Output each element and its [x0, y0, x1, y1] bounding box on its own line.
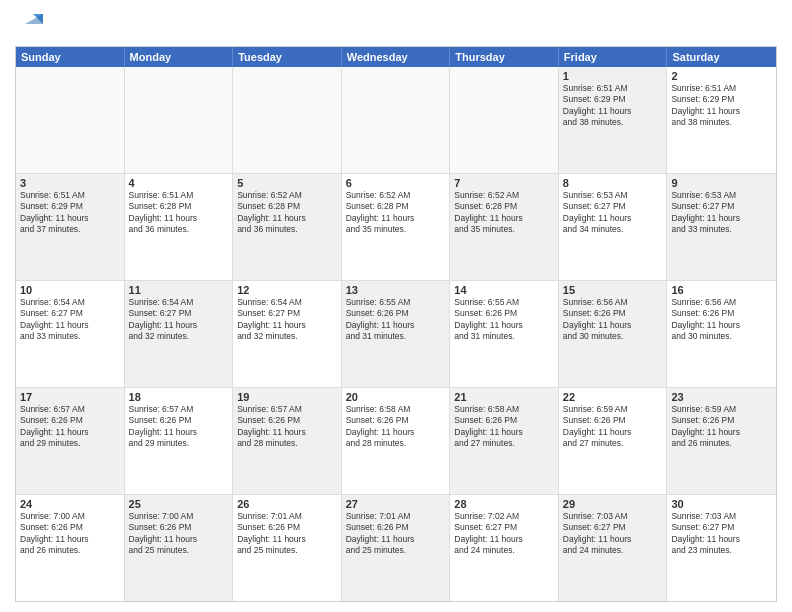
- calendar-row-2: 10Sunrise: 6:54 AM Sunset: 6:27 PM Dayli…: [16, 281, 776, 388]
- calendar-cell: 15Sunrise: 6:56 AM Sunset: 6:26 PM Dayli…: [559, 281, 668, 387]
- calendar-cell: 8Sunrise: 6:53 AM Sunset: 6:27 PM Daylig…: [559, 174, 668, 280]
- day-info: Sunrise: 6:58 AM Sunset: 6:26 PM Dayligh…: [454, 404, 554, 450]
- day-number: 5: [237, 177, 337, 189]
- calendar-cell: 25Sunrise: 7:00 AM Sunset: 6:26 PM Dayli…: [125, 495, 234, 601]
- day-number: 4: [129, 177, 229, 189]
- day-number: 3: [20, 177, 120, 189]
- calendar-cell: 7Sunrise: 6:52 AM Sunset: 6:28 PM Daylig…: [450, 174, 559, 280]
- day-info: Sunrise: 6:51 AM Sunset: 6:29 PM Dayligh…: [671, 83, 772, 129]
- calendar-cell: 4Sunrise: 6:51 AM Sunset: 6:28 PM Daylig…: [125, 174, 234, 280]
- calendar-cell: 6Sunrise: 6:52 AM Sunset: 6:28 PM Daylig…: [342, 174, 451, 280]
- logo: [15, 10, 47, 38]
- day-info: Sunrise: 6:51 AM Sunset: 6:28 PM Dayligh…: [129, 190, 229, 236]
- day-info: Sunrise: 6:56 AM Sunset: 6:26 PM Dayligh…: [671, 297, 772, 343]
- logo-icon: [15, 10, 43, 38]
- day-info: Sunrise: 6:58 AM Sunset: 6:26 PM Dayligh…: [346, 404, 446, 450]
- day-number: 16: [671, 284, 772, 296]
- day-number: 15: [563, 284, 663, 296]
- header-day-thursday: Thursday: [450, 47, 559, 67]
- day-info: Sunrise: 6:57 AM Sunset: 6:26 PM Dayligh…: [20, 404, 120, 450]
- calendar-cell: 27Sunrise: 7:01 AM Sunset: 6:26 PM Dayli…: [342, 495, 451, 601]
- day-number: 1: [563, 70, 663, 82]
- day-info: Sunrise: 6:53 AM Sunset: 6:27 PM Dayligh…: [563, 190, 663, 236]
- calendar-cell: 11Sunrise: 6:54 AM Sunset: 6:27 PM Dayli…: [125, 281, 234, 387]
- calendar-cell: 22Sunrise: 6:59 AM Sunset: 6:26 PM Dayli…: [559, 388, 668, 494]
- day-info: Sunrise: 7:02 AM Sunset: 6:27 PM Dayligh…: [454, 511, 554, 557]
- day-number: 26: [237, 498, 337, 510]
- day-info: Sunrise: 6:52 AM Sunset: 6:28 PM Dayligh…: [346, 190, 446, 236]
- calendar-cell: 5Sunrise: 6:52 AM Sunset: 6:28 PM Daylig…: [233, 174, 342, 280]
- day-info: Sunrise: 6:59 AM Sunset: 6:26 PM Dayligh…: [563, 404, 663, 450]
- day-number: 2: [671, 70, 772, 82]
- calendar-cell: 24Sunrise: 7:00 AM Sunset: 6:26 PM Dayli…: [16, 495, 125, 601]
- calendar-cell: 26Sunrise: 7:01 AM Sunset: 6:26 PM Dayli…: [233, 495, 342, 601]
- calendar-cell: 1Sunrise: 6:51 AM Sunset: 6:29 PM Daylig…: [559, 67, 668, 173]
- header-day-monday: Monday: [125, 47, 234, 67]
- day-number: 28: [454, 498, 554, 510]
- day-number: 27: [346, 498, 446, 510]
- day-number: 17: [20, 391, 120, 403]
- calendar-cell: [450, 67, 559, 173]
- calendar-cell: [16, 67, 125, 173]
- day-number: 6: [346, 177, 446, 189]
- calendar-cell: 3Sunrise: 6:51 AM Sunset: 6:29 PM Daylig…: [16, 174, 125, 280]
- day-number: 24: [20, 498, 120, 510]
- day-number: 8: [563, 177, 663, 189]
- day-info: Sunrise: 7:00 AM Sunset: 6:26 PM Dayligh…: [129, 511, 229, 557]
- calendar-cell: 2Sunrise: 6:51 AM Sunset: 6:29 PM Daylig…: [667, 67, 776, 173]
- day-info: Sunrise: 6:51 AM Sunset: 6:29 PM Dayligh…: [20, 190, 120, 236]
- day-number: 10: [20, 284, 120, 296]
- calendar-cell: [125, 67, 234, 173]
- day-info: Sunrise: 6:55 AM Sunset: 6:26 PM Dayligh…: [454, 297, 554, 343]
- calendar-header: SundayMondayTuesdayWednesdayThursdayFrid…: [16, 47, 776, 67]
- calendar-cell: 18Sunrise: 6:57 AM Sunset: 6:26 PM Dayli…: [125, 388, 234, 494]
- day-number: 25: [129, 498, 229, 510]
- day-info: Sunrise: 6:54 AM Sunset: 6:27 PM Dayligh…: [20, 297, 120, 343]
- day-info: Sunrise: 6:51 AM Sunset: 6:29 PM Dayligh…: [563, 83, 663, 129]
- day-info: Sunrise: 6:59 AM Sunset: 6:26 PM Dayligh…: [671, 404, 772, 450]
- calendar-cell: 19Sunrise: 6:57 AM Sunset: 6:26 PM Dayli…: [233, 388, 342, 494]
- calendar-cell: [233, 67, 342, 173]
- header-day-friday: Friday: [559, 47, 668, 67]
- calendar-cell: 30Sunrise: 7:03 AM Sunset: 6:27 PM Dayli…: [667, 495, 776, 601]
- calendar-cell: 12Sunrise: 6:54 AM Sunset: 6:27 PM Dayli…: [233, 281, 342, 387]
- day-number: 12: [237, 284, 337, 296]
- day-info: Sunrise: 6:57 AM Sunset: 6:26 PM Dayligh…: [129, 404, 229, 450]
- calendar-cell: 16Sunrise: 6:56 AM Sunset: 6:26 PM Dayli…: [667, 281, 776, 387]
- day-info: Sunrise: 7:01 AM Sunset: 6:26 PM Dayligh…: [237, 511, 337, 557]
- calendar-cell: 17Sunrise: 6:57 AM Sunset: 6:26 PM Dayli…: [16, 388, 125, 494]
- day-number: 13: [346, 284, 446, 296]
- day-number: 20: [346, 391, 446, 403]
- day-number: 29: [563, 498, 663, 510]
- day-number: 21: [454, 391, 554, 403]
- day-info: Sunrise: 7:03 AM Sunset: 6:27 PM Dayligh…: [563, 511, 663, 557]
- calendar-cell: 20Sunrise: 6:58 AM Sunset: 6:26 PM Dayli…: [342, 388, 451, 494]
- day-info: Sunrise: 7:00 AM Sunset: 6:26 PM Dayligh…: [20, 511, 120, 557]
- calendar-cell: 29Sunrise: 7:03 AM Sunset: 6:27 PM Dayli…: [559, 495, 668, 601]
- day-number: 18: [129, 391, 229, 403]
- page-header: [15, 10, 777, 38]
- calendar: SundayMondayTuesdayWednesdayThursdayFrid…: [15, 46, 777, 602]
- calendar-row-4: 24Sunrise: 7:00 AM Sunset: 6:26 PM Dayli…: [16, 495, 776, 601]
- day-info: Sunrise: 6:53 AM Sunset: 6:27 PM Dayligh…: [671, 190, 772, 236]
- calendar-cell: [342, 67, 451, 173]
- day-number: 23: [671, 391, 772, 403]
- calendar-cell: 21Sunrise: 6:58 AM Sunset: 6:26 PM Dayli…: [450, 388, 559, 494]
- day-info: Sunrise: 7:03 AM Sunset: 6:27 PM Dayligh…: [671, 511, 772, 557]
- calendar-cell: 14Sunrise: 6:55 AM Sunset: 6:26 PM Dayli…: [450, 281, 559, 387]
- day-info: Sunrise: 6:57 AM Sunset: 6:26 PM Dayligh…: [237, 404, 337, 450]
- day-info: Sunrise: 6:52 AM Sunset: 6:28 PM Dayligh…: [237, 190, 337, 236]
- header-day-sunday: Sunday: [16, 47, 125, 67]
- calendar-cell: 10Sunrise: 6:54 AM Sunset: 6:27 PM Dayli…: [16, 281, 125, 387]
- day-info: Sunrise: 6:54 AM Sunset: 6:27 PM Dayligh…: [129, 297, 229, 343]
- day-info: Sunrise: 6:56 AM Sunset: 6:26 PM Dayligh…: [563, 297, 663, 343]
- day-number: 9: [671, 177, 772, 189]
- calendar-cell: 13Sunrise: 6:55 AM Sunset: 6:26 PM Dayli…: [342, 281, 451, 387]
- header-day-saturday: Saturday: [667, 47, 776, 67]
- day-info: Sunrise: 7:01 AM Sunset: 6:26 PM Dayligh…: [346, 511, 446, 557]
- calendar-body: 1Sunrise: 6:51 AM Sunset: 6:29 PM Daylig…: [16, 67, 776, 601]
- calendar-cell: 23Sunrise: 6:59 AM Sunset: 6:26 PM Dayli…: [667, 388, 776, 494]
- day-number: 14: [454, 284, 554, 296]
- day-number: 19: [237, 391, 337, 403]
- calendar-cell: 28Sunrise: 7:02 AM Sunset: 6:27 PM Dayli…: [450, 495, 559, 601]
